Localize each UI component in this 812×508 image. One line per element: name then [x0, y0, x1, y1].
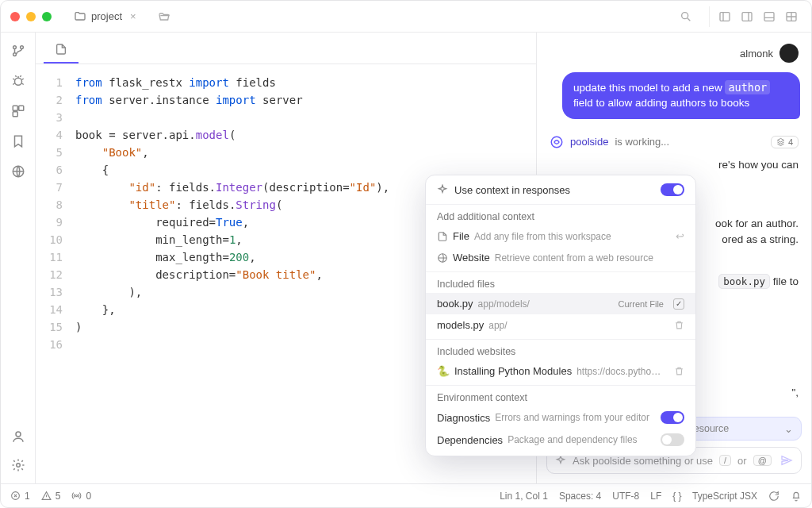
zoom-window[interactable]: [42, 12, 52, 21]
bell-icon[interactable]: [791, 491, 802, 502]
python-icon: 🐍: [437, 365, 450, 377]
x-circle-icon: [10, 491, 21, 501]
indentation[interactable]: Spaces: 4: [559, 491, 601, 502]
dependencies-toggle[interactable]: [661, 433, 684, 446]
error-count[interactable]: 1: [10, 491, 30, 502]
file-icon: [55, 43, 67, 56]
sparkle-icon: [555, 455, 566, 466]
env-context-title: Environment context: [426, 386, 695, 406]
close-tab-icon[interactable]: ×: [127, 10, 140, 22]
broadcast-icon: [71, 491, 82, 501]
svg-point-23: [76, 495, 78, 496]
minimize-window[interactable]: [26, 12, 36, 21]
language-mode[interactable]: { } TypeScript JSX: [672, 491, 757, 502]
status-bar: 1 5 0 Lin 1, Col 1 Spaces: 4 UTF-8 LF { …: [1, 483, 811, 507]
svg-point-0: [682, 12, 688, 18]
svg-point-18: [16, 432, 21, 437]
svg-rect-3: [742, 12, 752, 21]
included-sites-title: Included websites: [426, 340, 695, 360]
svg-rect-1: [720, 12, 730, 21]
folder-icon: [74, 10, 86, 23]
svg-rect-16: [13, 112, 17, 117]
chat-username: almonk: [740, 48, 773, 60]
check-icon[interactable]: ✓: [673, 298, 684, 310]
line-numbers: 12345678910111213141516: [36, 74, 67, 474]
layout-controls: [709, 6, 802, 27]
file-icon: [437, 231, 448, 242]
use-context-toggle[interactable]: [661, 183, 684, 196]
assistant-status-line: poolside is working... 4: [537, 127, 811, 157]
cursor-position[interactable]: Lin 1, Col 1: [500, 491, 548, 502]
return-icon: ↩: [676, 230, 684, 242]
globe-icon[interactable]: [10, 163, 27, 180]
close-window[interactable]: [10, 12, 20, 21]
context-count-badge[interactable]: 4: [771, 136, 799, 148]
trash-icon[interactable]: [674, 366, 684, 376]
warning-count[interactable]: 5: [41, 491, 61, 502]
globe-icon: [437, 252, 448, 264]
project-tab[interactable]: project ×: [67, 7, 146, 26]
svg-point-19: [16, 464, 20, 468]
sparkle-icon: [437, 184, 448, 195]
at-key: @: [753, 455, 772, 466]
titlebar: project ×: [1, 1, 811, 33]
panel-bottom-icon[interactable]: [759, 6, 779, 27]
included-file-2[interactable]: models.py app/: [426, 314, 695, 340]
code-content[interactable]: from flask_restx import fields from serv…: [67, 74, 389, 474]
chat-header: almonk: [537, 33, 811, 67]
vcs-branch-icon[interactable]: [10, 42, 27, 60]
add-website-item[interactable]: Website Retrieve content from a web reso…: [426, 247, 695, 272]
svg-point-10: [13, 46, 16, 49]
settings-gear-icon[interactable]: [10, 456, 27, 474]
popover-title: Use context in responses: [454, 184, 570, 196]
panel-left-icon[interactable]: [714, 6, 735, 27]
avatar[interactable]: [779, 44, 799, 63]
bug-icon[interactable]: [10, 72, 27, 90]
add-file-item[interactable]: File Add any file from this workspace ↩: [426, 225, 695, 247]
svg-point-12: [20, 46, 23, 49]
svg-rect-14: [13, 106, 17, 110]
svg-point-11: [13, 53, 16, 56]
diagnostics-item[interactable]: Diagnostics Errors and warnings from you…: [426, 406, 695, 429]
send-icon[interactable]: [780, 454, 793, 467]
trash-icon[interactable]: [674, 320, 684, 330]
window-controls: [10, 12, 52, 21]
braces-icon: { }: [672, 491, 681, 502]
bookmark-icon[interactable]: [10, 133, 27, 150]
included-site-1[interactable]: 🐍 Installing Python Modules https://docs…: [426, 360, 695, 386]
active-editor-tab[interactable]: [44, 37, 79, 64]
add-context-title: Add additional context: [426, 205, 695, 225]
user-message: update this model to add a new author fi…: [562, 72, 800, 119]
assistant-status: is working...: [615, 136, 669, 148]
svg-point-20: [551, 137, 562, 148]
slash-key: /: [719, 455, 731, 466]
account-icon[interactable]: [10, 428, 27, 445]
project-name: project: [91, 10, 122, 22]
dependencies-item[interactable]: Dependencies Package and dependency file…: [426, 429, 695, 451]
svg-rect-15: [18, 106, 23, 110]
included-files-title: Included files: [426, 272, 695, 293]
eol[interactable]: LF: [650, 491, 661, 502]
panel-right-icon[interactable]: [737, 6, 757, 27]
activity-bar: [1, 33, 36, 483]
feedback-icon[interactable]: [768, 491, 779, 502]
svg-point-13: [14, 78, 21, 85]
assistant-name: poolside: [570, 136, 608, 148]
included-file-1[interactable]: book.py app/models/ Current File ✓: [426, 293, 695, 314]
open-folder-icon[interactable]: [154, 6, 174, 27]
encoding[interactable]: UTF-8: [612, 491, 639, 502]
assistant-logo-icon: [550, 135, 564, 149]
stack-icon: [776, 137, 785, 146]
extensions-icon[interactable]: [10, 102, 27, 120]
warning-icon: [41, 491, 52, 501]
signal-count[interactable]: 0: [71, 491, 91, 502]
svg-rect-5: [764, 12, 774, 21]
panel-grid-icon[interactable]: [781, 6, 802, 27]
search-icon[interactable]: [676, 6, 696, 27]
chevron-down-icon[interactable]: ⌄: [784, 423, 793, 435]
context-popover: Use context in responses Add additional …: [425, 175, 696, 456]
diagnostics-toggle[interactable]: [661, 411, 684, 424]
